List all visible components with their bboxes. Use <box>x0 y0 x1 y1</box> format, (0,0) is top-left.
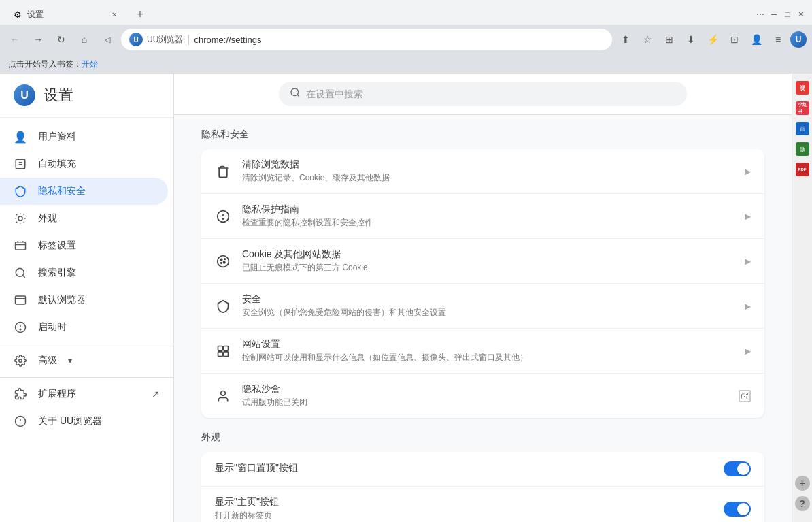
appearance-card: 显示"窗口置顶"按钮 显示"主页"按钮 打开新的标签页 <box>201 452 764 522</box>
star-button[interactable]: ☆ <box>638 30 657 49</box>
window-maximize-button[interactable]: □ <box>782 9 793 20</box>
address-site: UU浏览器 <box>147 34 183 46</box>
cookies-arrow: ▶ <box>745 257 751 266</box>
show-home-btn-title: 显示"窗口置顶"按钮 <box>215 462 713 474</box>
clear-browsing-item[interactable]: 清除浏览数据 清除浏览记录、Cookie、缓存及其他数据 ▶ <box>201 149 764 194</box>
tab-close-button[interactable]: ✕ <box>109 9 120 20</box>
forward-button[interactable]: → <box>29 30 48 49</box>
search-wrapper[interactable] <box>279 82 687 106</box>
extensions-button[interactable]: ⊞ <box>660 30 679 49</box>
about-icon <box>14 414 27 428</box>
search-input[interactable] <box>306 88 676 99</box>
active-tab[interactable]: ⚙ 设置 ✕ <box>5 4 128 25</box>
window-minimize-button[interactable]: ─ <box>768 9 779 20</box>
sidebar-item-privacy[interactable]: 隐私和安全 <box>0 178 168 205</box>
svg-rect-23 <box>218 346 223 350</box>
cookies-content: Cookie 及其他网站数据 已阻止无痕模式下的第三方 Cookie <box>242 248 734 274</box>
sidebar-divider2 <box>0 377 173 378</box>
sidebar-item-startup[interactable]: 启动时 <box>0 314 168 341</box>
show-main-btn-desc: 打开新的标签页 <box>215 510 713 521</box>
sidebar-item-default-browser[interactable]: 默认浏览器 <box>0 287 168 314</box>
privacy-sandbox-title: 隐私沙盒 <box>242 383 728 395</box>
bookmark-start-link[interactable]: 开始 <box>82 59 98 70</box>
sidebar-divider <box>0 344 173 344</box>
show-main-toggle[interactable] <box>724 502 751 517</box>
show-main-btn-content: 显示"主页"按钮 打开新的标签页 <box>215 496 713 521</box>
svg-point-9 <box>20 329 21 330</box>
screenshot-button[interactable]: ⊡ <box>725 30 744 49</box>
privacy-guide-item[interactable]: 隐私保护指南 检查重要的隐私控制设置和安全控件 ▶ <box>201 194 764 239</box>
section-appearance-title: 外观 <box>201 431 764 444</box>
privacy-sandbox-icon <box>215 388 231 404</box>
profile-icon: 👤 <box>14 130 27 144</box>
svg-line-28 <box>744 393 748 397</box>
site-settings-content: 网站设置 控制网站可以使用和显示什么信息（如位置信息、摄像头、弹出式窗口及其他） <box>242 338 734 363</box>
privacy-icon <box>14 184 27 198</box>
startup-icon <box>14 321 27 334</box>
sidebar-item-label: 用户资料 <box>38 131 76 143</box>
window-close-button[interactable]: ✕ <box>796 9 807 20</box>
zoom-in-button[interactable]: + <box>795 476 810 491</box>
site-settings-arrow: ▶ <box>745 346 751 356</box>
nav-bar: ← → ↻ ⌂ ◁ U UU浏览器 | chrome://settings ⬆ … <box>0 25 812 54</box>
right-icon-wechat[interactable]: 微 <box>794 140 811 158</box>
right-icon-red[interactable]: 视 <box>794 79 811 97</box>
download-button[interactable]: ⬇ <box>681 30 700 49</box>
sidebar-item-tabs[interactable]: 标签设置 <box>0 232 168 259</box>
sidebar-item-label: 外观 <box>38 212 57 225</box>
content-body: 隐私和安全 清除浏览数据 清除浏览记录、Cookie、缓存及其他数据 ▶ <box>174 115 792 522</box>
clear-browsing-icon <box>215 163 231 180</box>
show-home-toggle[interactable] <box>724 461 751 476</box>
sidebar-extensions[interactable]: 扩展程序 ↗ <box>0 380 173 408</box>
new-tab-button[interactable]: + <box>131 5 150 24</box>
svg-point-10 <box>19 359 22 363</box>
svg-point-22 <box>221 262 222 263</box>
account-button[interactable]: 👤 <box>747 30 766 49</box>
uu-logo-button[interactable]: U <box>790 31 807 48</box>
speed-button[interactable]: ⚡ <box>703 30 722 49</box>
svg-rect-26 <box>224 351 229 356</box>
sidebar-item-autofill[interactable]: 自动填充 <box>0 150 168 178</box>
window-settings-button[interactable]: ⋯ <box>755 9 766 20</box>
extensions-label: 扩展程序 <box>38 388 141 400</box>
share-button[interactable]: ⬆ <box>616 30 635 49</box>
back-button[interactable]: ← <box>5 30 24 49</box>
cookies-item[interactable]: Cookie 及其他网站数据 已阻止无痕模式下的第三方 Cookie ▶ <box>201 239 764 284</box>
svg-point-3 <box>18 216 22 221</box>
cookies-title: Cookie 及其他网站数据 <box>242 248 734 261</box>
clear-browsing-title: 清除浏览数据 <box>242 159 734 171</box>
help-button[interactable]: ? <box>795 496 810 511</box>
right-icon-pdf[interactable]: PDF <box>794 161 811 178</box>
history-back-button[interactable]: ◁ <box>98 30 117 49</box>
address-bar[interactable]: U UU浏览器 | chrome://settings <box>121 29 612 50</box>
menu-button[interactable]: ≡ <box>768 30 788 49</box>
sidebar-item-appearance[interactable]: 外观 <box>0 205 168 232</box>
content-area: 隐私和安全 清除浏览数据 清除浏览记录、Cookie、缓存及其他数据 ▶ <box>174 74 792 522</box>
security-item[interactable]: 安全 安全浏览（保护您免受危险网站的侵害）和其他安全设置 ▶ <box>201 284 764 329</box>
svg-point-5 <box>16 268 24 276</box>
privacy-guide-content: 隐私保护指南 检查重要的隐私控制设置和安全控件 <box>242 203 734 229</box>
sidebar-item-profile[interactable]: 👤 用户资料 <box>0 123 168 150</box>
show-home-btn-item[interactable]: 显示"窗口置顶"按钮 <box>201 452 764 487</box>
sidebar-advanced[interactable]: 高级 ▾ <box>0 347 173 374</box>
browser-window: ⚙ 设置 ✕ + ⋯ ─ □ ✕ ← → ↻ ⌂ ◁ U UU浏览器 | chr… <box>0 0 812 74</box>
privacy-guide-arrow: ▶ <box>745 212 751 221</box>
bookmark-bar: 点击开始导入书签： 开始 <box>0 54 812 74</box>
external-icon <box>739 390 751 402</box>
sidebar-about[interactable]: 关于 UU浏览器 <box>0 408 173 435</box>
svg-point-14 <box>291 88 299 96</box>
privacy-sandbox-item[interactable]: 隐私沙盒 试用版功能已关闭 <box>201 374 764 418</box>
home-button[interactable]: ⌂ <box>75 30 94 49</box>
site-settings-item[interactable]: 网站设置 控制网站可以使用和显示什么信息（如位置信息、摄像头、弹出式窗口及其他）… <box>201 329 764 374</box>
show-main-btn-title: 显示"主页"按钮 <box>215 496 713 508</box>
show-main-btn-item[interactable]: 显示"主页"按钮 打开新的标签页 <box>201 487 764 522</box>
sidebar-item-search[interactable]: 搜索引擎 <box>0 259 168 287</box>
svg-rect-25 <box>218 351 223 356</box>
title-bar: ⚙ 设置 ✕ + ⋯ ─ □ ✕ <box>0 0 812 25</box>
refresh-button[interactable]: ↻ <box>52 30 71 49</box>
svg-point-18 <box>218 255 229 267</box>
advanced-label: 高级 <box>38 355 57 367</box>
right-icon-blue[interactable]: 百 <box>794 120 811 137</box>
right-icon-red2[interactable]: 小红书 <box>794 99 811 117</box>
svg-point-27 <box>221 391 226 395</box>
